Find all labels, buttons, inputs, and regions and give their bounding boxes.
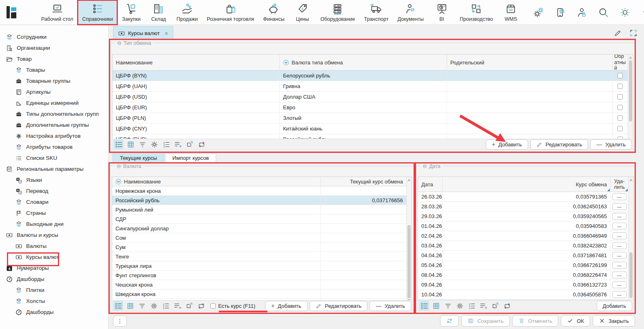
date-row[interactable]: 26.03.260,035791365— <box>418 192 633 202</box>
col-current-rate[interactable]: Текущий курс обмена <box>321 177 407 186</box>
col-date[interactable]: Дата <box>418 177 443 192</box>
delete-rate-button[interactable]: — <box>612 242 627 249</box>
currency-row[interactable]: Сом <box>112 233 412 243</box>
sidebar-item-employees[interactable]: Сотрудники <box>0 31 108 42</box>
sidebar-item-languages[interactable]: Языки <box>0 174 108 185</box>
theme-button[interactable] <box>614 0 636 25</box>
reload-icon[interactable] <box>197 139 206 149</box>
scroll-up-icon[interactable] <box>407 179 411 181</box>
exchange-edit-button[interactable]: Редактировать <box>530 139 589 150</box>
sidebar-item-extra-group-types[interactable]: Типы дополнительных групп <box>0 108 108 119</box>
delete-rate-button[interactable]: — <box>612 213 627 220</box>
currency-delete-button[interactable]: —Удалить <box>370 301 411 311</box>
scroll-up-icon[interactable] <box>629 56 632 59</box>
delete-rate-button[interactable]: — <box>612 252 627 259</box>
sidebar-item-articles[interactable]: Артикулы <box>0 86 108 97</box>
exchange-row[interactable]: ЦБРФ (CNY)Китайский юань <box>113 124 633 134</box>
user-button[interactable] <box>571 0 593 25</box>
sidebar-item-currencies-and-rates[interactable]: Валюты и курсы <box>0 230 108 241</box>
delete-rate-button[interactable]: — <box>612 232 627 239</box>
col-parent[interactable]: Родительский <box>447 55 613 70</box>
sidebar-item-dashboards-child[interactable]: Дашборды <box>0 307 108 318</box>
top-nav-retail[interactable]: Розничная торговля <box>202 0 259 25</box>
currency-row[interactable]: Турецкая лира <box>112 261 412 271</box>
top-nav-wms[interactable]: WMS <box>498 0 524 25</box>
col-name[interactable]: Наименование <box>113 55 280 70</box>
scroll-thumb[interactable] <box>407 225 411 298</box>
sidebar-item-attr-settings[interactable]: Настройка атрибутов <box>0 130 108 141</box>
top-nav-transport[interactable]: Транспорт <box>360 0 393 25</box>
date-row[interactable]: 09.04.260,0366132723— <box>418 280 633 290</box>
currency-row[interactable]: Румынский лей <box>112 205 412 214</box>
sidebar-item-goods-attrs[interactable]: Атрибуты товаров <box>0 141 108 152</box>
sidebar-item-sku-lists[interactable]: Списки SKU <box>0 152 108 163</box>
filter-icon[interactable] <box>137 139 147 149</box>
numbered-list-icon[interactable] <box>161 301 170 311</box>
collapse-icon[interactable]: ⊖ <box>117 40 122 46</box>
reverse-checkbox[interactable] <box>617 105 623 110</box>
view-settings-icon[interactable] <box>149 301 159 311</box>
scrollbar[interactable] <box>628 177 633 305</box>
currency-row[interactable]: Российский рубль0,037176656 <box>112 196 412 205</box>
sidebar-item-goods-groups[interactable]: Товарные группы <box>0 75 108 86</box>
currency-row[interactable]: Шведская крона <box>112 289 412 299</box>
date-row[interactable]: 03.04.260,0382423802— <box>418 241 633 251</box>
scrollbar[interactable] <box>406 177 412 303</box>
list-view-icon[interactable] <box>113 301 123 311</box>
col-delete[interactable]: Уда-лить <box>611 177 629 192</box>
delete-rate-button[interactable]: — <box>612 262 627 269</box>
date-row[interactable]: 01.04.260,035940583— <box>418 221 633 231</box>
reverse-checkbox[interactable] <box>617 94 623 99</box>
scrollbar[interactable] <box>628 55 633 144</box>
top-nav-sales[interactable]: Продажи <box>172 0 202 25</box>
sidebar-item-numerators[interactable]: Нумераторы <box>0 263 108 274</box>
delete-rate-button[interactable]: — <box>612 193 627 200</box>
add-row-icon[interactable] <box>478 301 488 311</box>
sidebar-item-regional-params[interactable]: Региональные параметры <box>0 163 108 174</box>
currency-edit-button[interactable]: Редактировать <box>310 301 368 311</box>
view-settings-icon[interactable] <box>149 139 159 149</box>
sidebar-item-currencies[interactable]: Валюты <box>0 241 108 252</box>
date-row[interactable]: 04.04.260,0371867481— <box>418 251 633 261</box>
sidebar-item-canvases[interactable]: Холсты <box>0 296 108 307</box>
grid-view-icon[interactable] <box>126 139 135 149</box>
edit-pencil-icon[interactable] <box>614 29 622 37</box>
list-view-icon[interactable] <box>114 139 124 149</box>
col-name[interactable]: Наименование <box>112 177 321 186</box>
tab-current-rates[interactable]: Текущие курсы <box>113 153 164 163</box>
date-row[interactable]: 29.03.260,0359240565— <box>418 212 633 221</box>
date-row[interactable]: 28.03.260,0362450163— <box>418 202 633 212</box>
currency-row[interactable]: Чешская крона <box>112 280 412 289</box>
date-row[interactable]: 08.04.260,0368226474— <box>418 270 633 280</box>
currency-row[interactable]: Тенге <box>112 252 412 261</box>
col-reverse[interactable]: Обратный <box>613 55 628 70</box>
expand-icon[interactable] <box>629 29 637 37</box>
top-nav-production[interactable]: Производство <box>455 0 498 25</box>
filter-icon[interactable] <box>137 301 147 311</box>
add-row-icon[interactable] <box>173 301 182 311</box>
footer-ok-button[interactable]: ОК <box>561 315 590 327</box>
has-rate-checkbox[interactable]: Есть курс (F11) <box>210 303 255 309</box>
sidebar-item-countries[interactable]: Страны <box>0 208 108 219</box>
sidebar-item-goods-list[interactable]: Товары <box>0 64 108 75</box>
reverse-checkbox[interactable] <box>617 84 623 89</box>
open-in-new-icon[interactable] <box>184 301 194 311</box>
currency-row[interactable]: Норвежская крона <box>112 186 412 196</box>
sidebar-item-extra-groups[interactable]: Дополнительные группы <box>0 119 108 130</box>
sidebar-item-days-off[interactable]: Выходные дни <box>0 219 108 230</box>
exchange-row[interactable]: ЦБРФ (PLN)Злотый <box>113 113 633 124</box>
reload-icon[interactable] <box>196 301 206 311</box>
date-row[interactable]: 02.04.260,0366046949— <box>418 231 633 241</box>
date-add-button[interactable]: Добавить <box>597 301 632 311</box>
tab-close-icon[interactable]: × <box>165 30 168 37</box>
date-row[interactable]: 10.04.260,0364505876— <box>418 290 633 300</box>
top-nav-purchases[interactable]: Закупки <box>117 0 145 25</box>
scroll-up-icon[interactable] <box>629 179 633 181</box>
feedback-button[interactable] <box>549 0 571 25</box>
top-nav-desktop[interactable]: Рабочий стол <box>37 0 77 25</box>
collapse-icon[interactable]: ⊖ <box>117 163 121 169</box>
col-currency[interactable]: Валюта типа обмена <box>280 55 447 70</box>
numbered-list-icon[interactable] <box>467 301 476 311</box>
top-nav-equipment[interactable]: Оборудование <box>316 0 359 25</box>
sidebar-item-translation[interactable]: Перевод <box>0 185 108 197</box>
